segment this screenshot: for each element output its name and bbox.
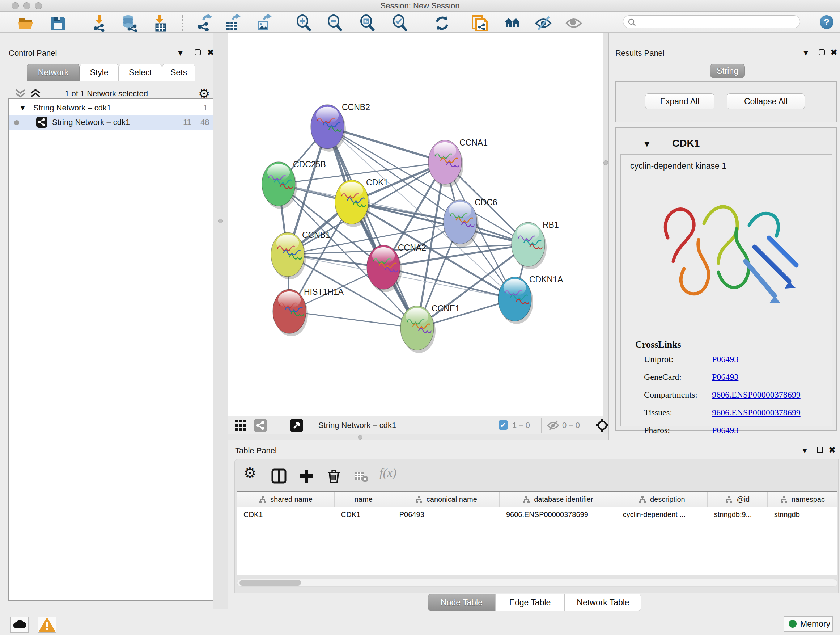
table-cell[interactable]: 9606.ENSP00000378699 [500, 507, 616, 522]
column-header-description[interactable]: description [616, 492, 707, 507]
network-canvas[interactable]: CCNB2CCNA1CDC25BCDK1CDC6RB1CCNB1CCNA2CDK… [228, 33, 603, 416]
table-cell[interactable]: stringdb:9... [707, 507, 767, 522]
toolbar-separator [423, 15, 423, 31]
delete-table-icon[interactable] [354, 468, 370, 485]
cloud-status-button[interactable] [10, 616, 29, 633]
crosshair-icon[interactable] [595, 418, 609, 432]
results-panel-close-icon[interactable]: ✖ [830, 49, 837, 56]
control-panel-float-icon[interactable]: ▼ [178, 49, 183, 57]
crosslink-label: Uniprot: [644, 355, 712, 364]
left-splitter[interactable] [213, 33, 228, 609]
show-gray-icon[interactable] [565, 14, 583, 32]
network-node-CCNB2[interactable]: CCNB2 [311, 103, 370, 152]
import-database-icon[interactable] [120, 14, 138, 32]
collapse-all-button[interactable]: Collapse All [727, 93, 805, 109]
show-columns-icon[interactable] [271, 468, 287, 485]
zoom-out-icon[interactable] [326, 14, 344, 32]
column-header-name[interactable]: name [335, 492, 393, 507]
crosslink-value-link[interactable]: P06493 [712, 355, 738, 364]
table-cell[interactable]: P06493 [393, 507, 500, 522]
table-cell[interactable]: CDK1 [335, 507, 393, 522]
network-node-HIST1H1A[interactable]: HIST1H1A [273, 287, 344, 336]
column-header-namespac[interactable]: namespac [767, 492, 837, 507]
results-panel-maximize-icon[interactable] [819, 49, 825, 55]
collection-expander-icon[interactable]: ▼ [20, 104, 25, 111]
search-input[interactable] [639, 16, 795, 27]
import-table-icon[interactable] [152, 14, 169, 32]
network-node-CDC6[interactable]: CDC6 [444, 198, 497, 247]
warning-status-button[interactable] [38, 616, 57, 633]
tab-select[interactable]: Select [118, 64, 162, 81]
column-type-icon [523, 496, 531, 504]
network-collection-row[interactable]: ▼ String Network – cdk1 1 [9, 101, 213, 115]
table-cell[interactable]: CDK1 [237, 507, 335, 522]
tab-node-table[interactable]: Node Table [428, 594, 495, 611]
copy-network-icon[interactable] [471, 14, 488, 32]
grid-view-icon[interactable] [234, 419, 247, 432]
control-panel-maximize-icon[interactable] [195, 49, 201, 55]
table-cell[interactable]: cyclin-dependent ... [616, 507, 707, 522]
crosslink-value-link[interactable]: 9606.ENSP00000378699 [712, 390, 801, 400]
network-view-mode-icon[interactable] [254, 419, 267, 432]
column-type-icon [725, 496, 733, 504]
network-node-RB1[interactable]: RB1 [512, 220, 559, 269]
hidden-eye-icon [547, 420, 559, 431]
delete-column-icon[interactable] [326, 468, 343, 485]
selected-nodes-checkbox[interactable]: ✔ [499, 420, 508, 430]
horizontal-splitter-handle[interactable] [358, 435, 363, 440]
zoom-fit-icon[interactable] [359, 14, 376, 32]
export-network-icon[interactable] [195, 14, 213, 32]
table-panel-float-icon[interactable]: ▼ [802, 447, 807, 454]
table-horizontal-scrollbar[interactable] [237, 579, 837, 587]
function-builder-icon[interactable]: f(x) [379, 466, 396, 483]
column-header--id[interactable]: @id [707, 492, 767, 507]
column-header-shared-name[interactable]: shared name [237, 492, 335, 507]
edge-HIST1H1A-CCNE1[interactable] [289, 311, 417, 328]
table-panel-maximize-icon[interactable] [817, 447, 823, 453]
tab-sets[interactable]: Sets [162, 64, 195, 81]
toolbar-separator [541, 418, 542, 432]
table-row[interactable]: CDK1CDK1P064939606.ENSP00000378699cyclin… [237, 507, 837, 522]
table-cell[interactable]: stringdb [767, 507, 837, 522]
export-image-icon[interactable] [255, 14, 272, 32]
scrollbar-thumb[interactable] [240, 580, 301, 586]
edge-CDK1-RB1[interactable] [352, 202, 528, 244]
network-node-CDC25B[interactable]: CDC25B [262, 160, 326, 209]
network-node-CDKN1A[interactable]: CDKN1A [498, 275, 563, 324]
edge-CCNB2-CCNE1[interactable] [327, 127, 417, 328]
node-label: CDC25B [293, 160, 326, 169]
zoom-selected-icon[interactable] [392, 14, 409, 32]
zoom-in-icon[interactable] [295, 14, 313, 32]
open-session-icon[interactable] [17, 14, 35, 32]
save-session-icon[interactable] [49, 14, 66, 32]
tab-network-table[interactable]: Network Table [565, 594, 641, 611]
network-node-CCNE1[interactable]: CCNE1 [401, 304, 460, 353]
results-panel-float-icon[interactable]: ▼ [804, 49, 808, 57]
table-options-gear-icon[interactable]: ⚙ [243, 464, 260, 481]
hide-selected-icon[interactable] [535, 14, 552, 32]
gene-expander-icon[interactable]: ▼ [644, 140, 650, 148]
column-header-canonical-name[interactable]: canonical name [393, 492, 500, 507]
import-network-icon[interactable] [90, 14, 108, 32]
tab-network[interactable]: Network [27, 64, 80, 81]
expand-all-button[interactable]: Expand All [645, 93, 714, 109]
add-column-icon[interactable] [298, 468, 315, 485]
network-row-selected[interactable]: String Network – cdk1 11 48 [9, 115, 213, 130]
refresh-icon[interactable] [433, 14, 451, 32]
tab-edge-table[interactable]: Edge Table [495, 594, 565, 611]
crosslink-value-link[interactable]: P06493 [712, 425, 738, 435]
tab-string[interactable]: String [710, 64, 745, 78]
right-splitter-handle[interactable] [603, 160, 608, 165]
table-panel-close-icon[interactable]: ✖ [829, 447, 836, 453]
export-table-icon[interactable] [224, 14, 241, 32]
left-splitter-handle[interactable] [218, 219, 223, 223]
birds-eye-view-icon[interactable] [290, 419, 303, 432]
network-node-CCNA1[interactable]: CCNA1 [428, 138, 488, 187]
help-icon[interactable]: ? [820, 15, 834, 29]
column-header-database-identifier[interactable]: database identifier [500, 492, 616, 507]
crosslink-value-link[interactable]: P06493 [712, 372, 738, 382]
crosslink-value-link[interactable]: 9606.ENSP00000378699 [712, 408, 801, 417]
tab-style[interactable]: Style [80, 64, 118, 81]
memory-button[interactable]: Memory [783, 616, 833, 632]
show-all-icon[interactable] [504, 14, 521, 32]
